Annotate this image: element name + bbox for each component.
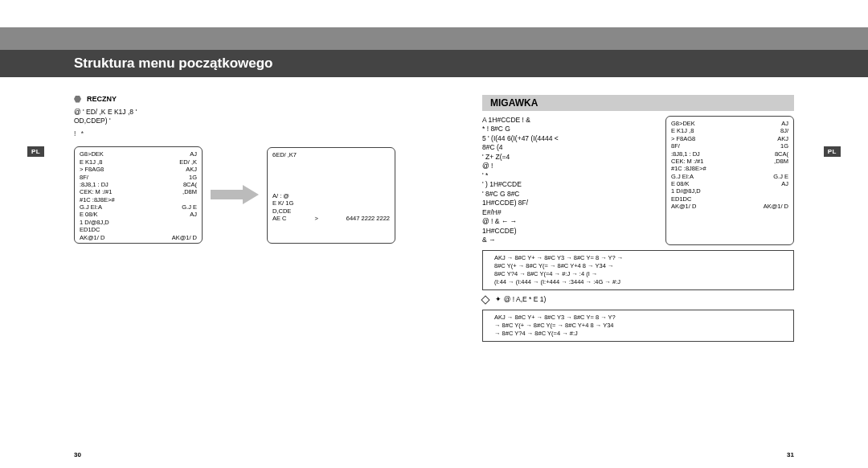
foot-text: ! * (74, 129, 386, 138)
chapter-title: Struktura menu początkowego (74, 55, 272, 72)
desc-line: @ ! & ← → (482, 217, 654, 226)
diamond-icon (481, 295, 489, 304)
page-number-left: 30 (74, 451, 81, 458)
arrow-right-icon (211, 185, 259, 206)
flow-diagram-1: AKJ → 8#C Y+ → 8#C Y3 → 8#C Y= 8 → Y? → … (482, 250, 794, 291)
desc-line: 8#C (4 (482, 143, 654, 152)
lcd-panel-right: G8>DEKAJ E K1J ,88J/ > F8AG8AKJ 8F/1G :8… (665, 116, 794, 245)
lcd-panel-1: G8>DEKAJ E K1J ,8ED/ ,K > F8AG8AKJ 8F/1G… (74, 146, 203, 244)
page-number-right: 31 (787, 451, 794, 458)
svg-marker-0 (211, 185, 259, 204)
desc-line: 5 ' (I(44 6(I(+47 (I(4444 < (482, 134, 654, 143)
desc-line: ' * (482, 171, 654, 180)
intro-text-2: OD,CDEP) ' (74, 117, 386, 125)
desc-line: ' Z+ Z(=4 (482, 153, 654, 162)
desc-line: E#/H# (482, 208, 654, 217)
desc-line: 1H#CCDE) (482, 227, 654, 236)
chapter-header: Struktura menu początkowego (0, 50, 868, 77)
mode-label: RECZNY (87, 95, 117, 103)
desc-line: @ ! (482, 162, 654, 170)
desc-line: ' ) 1H#CCDE (482, 180, 654, 189)
desc-line: A 1H#CCDE ! & (482, 116, 654, 125)
lcd-panel-2: 6ED/ ,K7 A/ : @ E K/ 1G D,CDE AE C > 644… (267, 147, 395, 244)
desc-line: & → (482, 236, 654, 244)
intro-text-1: @ ' ED/ ,K E K1J ,8 ' (74, 108, 386, 117)
mid-note: ✦ @ ! A,E * E 1) (495, 295, 546, 303)
desc-line: ' 8#C G 8#C (482, 190, 654, 199)
flow-diagram-2: AKJ → 8#C Y+ → 8#C Y3 → 8#C Y= 8 → Y? → … (482, 310, 794, 342)
hex-bullet-icon (74, 96, 81, 103)
page-right: MIGAWKA A 1H#CCDE ! & * ! 8#C G 5 ' (I(4… (434, 77, 868, 468)
section-heading: MIGAWKA (482, 95, 794, 111)
desc-line: * ! 8#C G (482, 125, 654, 133)
decorative-top-bar (0, 27, 868, 50)
desc-line: 1H#CCDE) 8F/ (482, 199, 654, 207)
page-left: RECZNY @ ' ED/ ,K E K1J ,8 ' OD,CDEP) ' … (0, 77, 434, 468)
